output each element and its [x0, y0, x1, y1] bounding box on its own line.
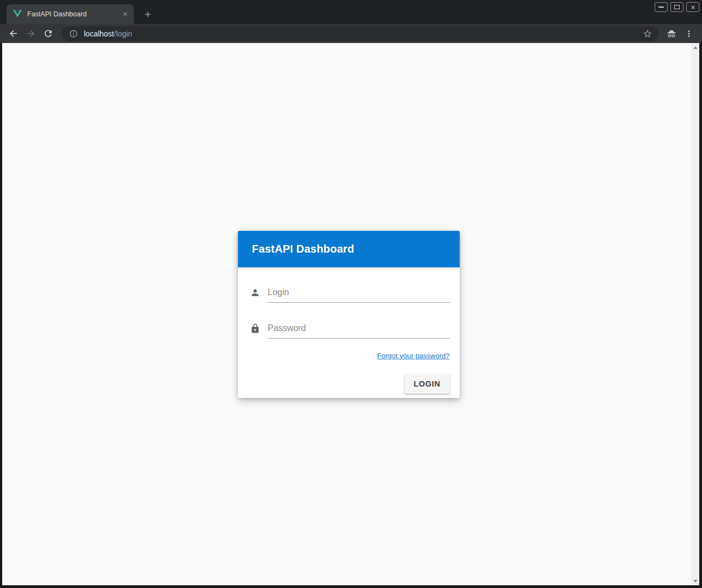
- person-icon: [250, 287, 260, 298]
- url-text[interactable]: localhost/login: [84, 29, 641, 38]
- url-host: localhost: [84, 29, 114, 38]
- login-card-title: FastAPI Dashboard: [252, 243, 355, 255]
- page-content: FastAPI Dashboard Forgot your password?: [2, 43, 699, 585]
- incognito-icon: [664, 26, 679, 41]
- address-bar[interactable]: localhost/login: [62, 26, 658, 41]
- login-card-header: FastAPI Dashboard: [238, 231, 460, 267]
- vue-favicon-icon: [13, 10, 22, 19]
- password-input[interactable]: [267, 323, 450, 339]
- scrollbar-down-arrow-icon[interactable]: [691, 577, 699, 585]
- browser-menu-icon[interactable]: [681, 26, 697, 41]
- scrollbar-up-arrow-icon[interactable]: [691, 43, 699, 52]
- bookmark-star-icon[interactable]: [641, 27, 654, 40]
- tab-title: FastAPI Dashboard: [27, 10, 121, 18]
- back-icon[interactable]: [5, 26, 21, 41]
- window-controls: [655, 2, 699, 12]
- login-input[interactable]: [267, 287, 450, 303]
- password-field-row: [250, 323, 450, 339]
- card-actions: LOGIN: [250, 374, 450, 394]
- maximize-button[interactable]: [670, 2, 683, 12]
- url-path: /login: [114, 29, 132, 38]
- new-tab-button[interactable]: [141, 7, 155, 21]
- login-field-row: [250, 287, 450, 303]
- login-button[interactable]: LOGIN: [405, 374, 450, 394]
- page-info-icon[interactable]: [69, 29, 78, 38]
- tab-close-icon[interactable]: [121, 10, 130, 19]
- browser-toolbar: localhost/login: [0, 24, 702, 43]
- titlebar: FastAPI Dashboard: [0, 0, 702, 24]
- login-card: FastAPI Dashboard Forgot your password?: [238, 231, 460, 398]
- browser-tab[interactable]: FastAPI Dashboard: [7, 4, 134, 24]
- reload-icon[interactable]: [40, 26, 56, 41]
- forgot-password-link[interactable]: Forgot your password?: [377, 352, 450, 360]
- browser-window: FastAPI Dashboard: [0, 0, 702, 588]
- forgot-password-row: Forgot your password?: [250, 351, 450, 360]
- close-button[interactable]: [686, 2, 699, 12]
- lock-icon: [250, 323, 260, 334]
- forward-icon[interactable]: [23, 26, 38, 41]
- login-card-body: Forgot your password? LOGIN: [238, 267, 460, 398]
- minimize-button[interactable]: [655, 2, 668, 12]
- page-scrollbar[interactable]: [691, 43, 699, 585]
